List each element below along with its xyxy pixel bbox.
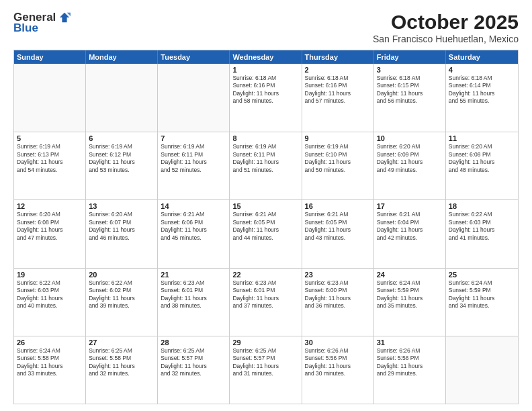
calendar-cell: 22Sunrise: 6:23 AM Sunset: 6:01 PM Dayli… (230, 269, 302, 336)
calendar-cell: 11Sunrise: 6:20 AM Sunset: 6:08 PM Dayli… (446, 132, 518, 199)
header-cell-wednesday: Wednesday (230, 50, 302, 64)
cell-info: Sunrise: 6:23 AM Sunset: 6:01 PM Dayligh… (161, 279, 226, 310)
calendar-cell: 5Sunrise: 6:19 AM Sunset: 6:13 PM Daylig… (14, 132, 86, 199)
cell-info: Sunrise: 6:26 AM Sunset: 5:56 PM Dayligh… (305, 347, 371, 378)
title-section: October 2025 San Francisco Huehuetlan, M… (373, 11, 519, 44)
header-cell-friday: Friday (374, 50, 446, 64)
logo: General Blue (13, 11, 71, 35)
header-cell-monday: Monday (86, 50, 158, 64)
day-number: 13 (89, 202, 154, 210)
cell-info: Sunrise: 6:25 AM Sunset: 5:58 PM Dayligh… (89, 347, 154, 378)
calendar-cell: 20Sunrise: 6:22 AM Sunset: 6:02 PM Dayli… (86, 269, 158, 336)
cell-info: Sunrise: 6:20 AM Sunset: 6:07 PM Dayligh… (89, 211, 154, 242)
header-cell-saturday: Saturday (446, 50, 518, 64)
calendar-cell: 29Sunrise: 6:25 AM Sunset: 5:57 PM Dayli… (230, 336, 302, 404)
day-number: 31 (377, 338, 443, 347)
calendar-cell: 25Sunrise: 6:24 AM Sunset: 5:59 PM Dayli… (446, 269, 518, 336)
cell-info: Sunrise: 6:21 AM Sunset: 6:06 PM Dayligh… (161, 211, 226, 242)
day-number: 15 (232, 202, 298, 210)
calendar-cell: 14Sunrise: 6:21 AM Sunset: 6:06 PM Dayli… (158, 200, 230, 267)
day-number: 11 (449, 134, 515, 142)
calendar-cell: 10Sunrise: 6:20 AM Sunset: 6:09 PM Dayli… (374, 132, 446, 199)
cell-info: Sunrise: 6:22 AM Sunset: 6:02 PM Dayligh… (89, 279, 154, 310)
day-number: 22 (232, 271, 298, 279)
calendar-row: 12Sunrise: 6:20 AM Sunset: 6:08 PM Dayli… (14, 199, 518, 267)
day-number: 8 (232, 134, 298, 142)
cell-info: Sunrise: 6:24 AM Sunset: 5:59 PM Dayligh… (377, 279, 443, 310)
cell-info: Sunrise: 6:19 AM Sunset: 6:11 PM Dayligh… (232, 143, 298, 174)
calendar-cell: 16Sunrise: 6:21 AM Sunset: 6:05 PM Dayli… (302, 200, 374, 267)
day-number: 7 (161, 134, 226, 142)
calendar-row: 1Sunrise: 6:18 AM Sunset: 6:16 PM Daylig… (14, 64, 518, 132)
day-number: 17 (377, 202, 443, 210)
cell-info: Sunrise: 6:18 AM Sunset: 6:16 PM Dayligh… (232, 75, 298, 105)
cell-info: Sunrise: 6:19 AM Sunset: 6:12 PM Dayligh… (89, 143, 154, 174)
day-number: 9 (305, 134, 371, 142)
cell-info: Sunrise: 6:21 AM Sunset: 6:05 PM Dayligh… (232, 211, 298, 242)
calendar-row: 5Sunrise: 6:19 AM Sunset: 6:13 PM Daylig… (14, 132, 518, 199)
svg-marker-0 (60, 13, 69, 22)
cell-info: Sunrise: 6:18 AM Sunset: 6:14 PM Dayligh… (449, 75, 515, 105)
day-number: 6 (89, 134, 154, 142)
calendar-cell: 24Sunrise: 6:24 AM Sunset: 5:59 PM Dayli… (374, 269, 446, 336)
page: General Blue October 2025 San Francisco … (0, 0, 532, 411)
day-number: 20 (89, 271, 154, 279)
month-title: October 2025 (373, 11, 519, 34)
cell-info: Sunrise: 6:20 AM Sunset: 6:09 PM Dayligh… (377, 143, 443, 174)
calendar-cell: 19Sunrise: 6:22 AM Sunset: 6:03 PM Dayli… (14, 269, 86, 336)
cell-info: Sunrise: 6:18 AM Sunset: 6:16 PM Dayligh… (305, 75, 371, 105)
calendar-cell: 27Sunrise: 6:25 AM Sunset: 5:58 PM Dayli… (86, 336, 158, 404)
cell-info: Sunrise: 6:19 AM Sunset: 6:10 PM Dayligh… (305, 143, 371, 174)
cell-info: Sunrise: 6:20 AM Sunset: 6:08 PM Dayligh… (17, 211, 83, 242)
calendar-cell: 3Sunrise: 6:18 AM Sunset: 6:15 PM Daylig… (374, 64, 446, 132)
calendar-cell: 2Sunrise: 6:18 AM Sunset: 6:16 PM Daylig… (302, 64, 374, 132)
day-number: 30 (305, 338, 371, 347)
day-number: 16 (305, 202, 371, 210)
calendar-cell: 31Sunrise: 6:26 AM Sunset: 5:56 PM Dayli… (374, 336, 446, 404)
calendar-row: 19Sunrise: 6:22 AM Sunset: 6:03 PM Dayli… (14, 268, 518, 336)
calendar-cell: 18Sunrise: 6:22 AM Sunset: 6:03 PM Dayli… (446, 200, 518, 267)
calendar-cell: 8Sunrise: 6:19 AM Sunset: 6:11 PM Daylig… (230, 132, 302, 199)
day-number: 10 (377, 134, 443, 142)
day-number: 24 (377, 271, 443, 279)
calendar-cell: 23Sunrise: 6:23 AM Sunset: 6:00 PM Dayli… (302, 269, 374, 336)
day-number: 1 (232, 66, 298, 74)
location-title: San Francisco Huehuetlan, Mexico (373, 34, 519, 44)
cell-info: Sunrise: 6:22 AM Sunset: 6:03 PM Dayligh… (449, 211, 515, 242)
calendar-cell: 12Sunrise: 6:20 AM Sunset: 6:08 PM Dayli… (14, 200, 86, 267)
calendar-cell: 4Sunrise: 6:18 AM Sunset: 6:14 PM Daylig… (446, 64, 518, 132)
day-number: 21 (161, 271, 226, 279)
calendar-cell: 1Sunrise: 6:18 AM Sunset: 6:16 PM Daylig… (230, 64, 302, 132)
calendar-cell: 6Sunrise: 6:19 AM Sunset: 6:12 PM Daylig… (86, 132, 158, 199)
day-number: 29 (232, 338, 298, 347)
cell-info: Sunrise: 6:24 AM Sunset: 5:59 PM Dayligh… (449, 279, 515, 310)
calendar-header: SundayMondayTuesdayWednesdayThursdayFrid… (14, 50, 518, 64)
header-cell-thursday: Thursday (302, 50, 374, 64)
cell-info: Sunrise: 6:21 AM Sunset: 6:04 PM Dayligh… (377, 211, 443, 242)
calendar-cell: 15Sunrise: 6:21 AM Sunset: 6:05 PM Dayli… (230, 200, 302, 267)
day-number: 27 (89, 338, 154, 347)
calendar-cell: 30Sunrise: 6:26 AM Sunset: 5:56 PM Dayli… (302, 336, 374, 404)
day-number: 18 (449, 202, 515, 210)
cell-info: Sunrise: 6:23 AM Sunset: 6:01 PM Dayligh… (232, 279, 298, 310)
calendar-cell (14, 64, 86, 132)
day-number: 23 (305, 271, 371, 279)
cell-info: Sunrise: 6:25 AM Sunset: 5:57 PM Dayligh… (161, 347, 226, 378)
cell-info: Sunrise: 6:23 AM Sunset: 6:00 PM Dayligh… (305, 279, 371, 310)
day-number: 4 (449, 66, 515, 74)
header: General Blue October 2025 San Francisco … (13, 11, 519, 44)
calendar-cell: 9Sunrise: 6:19 AM Sunset: 6:10 PM Daylig… (302, 132, 374, 199)
day-number: 25 (449, 271, 515, 279)
cell-info: Sunrise: 6:26 AM Sunset: 5:56 PM Dayligh… (377, 347, 443, 378)
cell-info: Sunrise: 6:18 AM Sunset: 6:15 PM Dayligh… (377, 75, 443, 105)
calendar-cell: 28Sunrise: 6:25 AM Sunset: 5:57 PM Dayli… (158, 336, 230, 404)
calendar-cell: 13Sunrise: 6:20 AM Sunset: 6:07 PM Dayli… (86, 200, 158, 267)
day-number: 26 (17, 338, 83, 347)
calendar-cell: 7Sunrise: 6:19 AM Sunset: 6:11 PM Daylig… (158, 132, 230, 199)
calendar: SundayMondayTuesdayWednesdayThursdayFrid… (13, 50, 519, 404)
calendar-cell (158, 64, 230, 132)
calendar-cell: 26Sunrise: 6:24 AM Sunset: 5:58 PM Dayli… (14, 336, 86, 404)
day-number: 14 (161, 202, 226, 210)
day-number: 2 (305, 66, 371, 74)
logo-blue: Blue (13, 21, 38, 35)
